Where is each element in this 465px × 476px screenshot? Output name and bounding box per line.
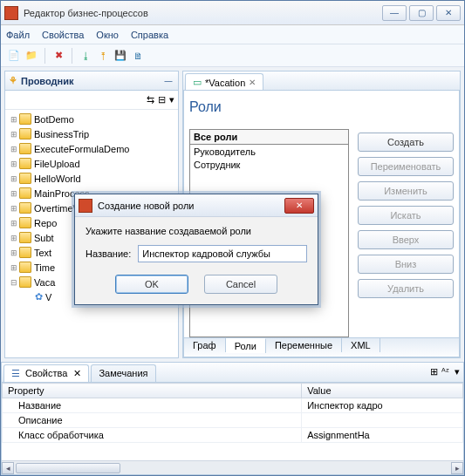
- tree-view-icon[interactable]: ⊞: [430, 366, 438, 378]
- tab-notes[interactable]: Замечания: [91, 364, 155, 382]
- roles-heading: Роли: [189, 99, 454, 115]
- expand-icon[interactable]: ⊞: [10, 204, 19, 213]
- az-sort-icon[interactable]: ᴬᶻ: [441, 366, 449, 378]
- minimize-panel-icon[interactable]: —: [162, 75, 174, 87]
- tree-item-label: V: [45, 292, 51, 303]
- expand-icon[interactable]: ⊞: [10, 115, 19, 124]
- tree-item[interactable]: ⊞HelloWorld: [7, 171, 176, 186]
- folder-icon: [19, 128, 31, 139]
- menu-help[interactable]: Справка: [131, 30, 168, 40]
- import-icon[interactable]: ⭳: [78, 48, 93, 64]
- export-icon[interactable]: ⭱: [95, 48, 111, 64]
- tab-label: *Vacation: [205, 78, 245, 88]
- close-tab-icon[interactable]: ✕: [73, 368, 81, 378]
- tree-item[interactable]: ⊞BotDemo: [7, 112, 176, 126]
- tab-graph[interactable]: Граф: [184, 338, 226, 352]
- name-label: Название:: [85, 248, 131, 259]
- maximize-button[interactable]: ▢: [409, 5, 434, 21]
- expand-icon[interactable]: ⊞: [10, 174, 19, 183]
- down-button[interactable]: Вниз: [358, 255, 454, 274]
- scroll-left-icon[interactable]: ◂: [2, 462, 14, 474]
- col-property[interactable]: Property: [3, 384, 302, 398]
- save-icon[interactable]: 💾: [113, 48, 128, 64]
- tab-vars[interactable]: Переменные: [266, 338, 342, 352]
- tab-roles[interactable]: Роли: [226, 338, 266, 353]
- tree-item[interactable]: ⊞FileUpload: [7, 156, 176, 171]
- folder-icon: [19, 217, 31, 228]
- tree-item[interactable]: ⊞ExecuteFormulaDemo: [7, 141, 176, 156]
- folder-icon: [19, 276, 31, 288]
- tree-item-label: Vaca: [34, 277, 55, 288]
- tree-item-label: ExecuteFormulaDemo: [34, 144, 129, 154]
- toolbar: 📄 📁 ✖ ⭳ ⭱ 💾 🗎: [1, 44, 464, 67]
- expand-icon[interactable]: ⊞: [10, 145, 19, 153]
- tree-item-label: Time: [34, 262, 55, 273]
- table-row[interactable]: Класс обработчикаAssignmentHa: [3, 428, 463, 443]
- separator: [44, 48, 45, 64]
- table-row[interactable]: Описание: [3, 413, 463, 428]
- role-item[interactable]: Сотрудник: [194, 160, 345, 173]
- tab-properties-label: Свойства: [25, 368, 67, 378]
- close-tab-icon[interactable]: ✕: [249, 78, 256, 87]
- menu-icon[interactable]: ▾: [455, 366, 460, 378]
- expand-icon[interactable]: ⊞: [10, 130, 19, 139]
- menu-file[interactable]: Файл: [6, 30, 30, 40]
- up-button[interactable]: Вверх: [358, 230, 454, 249]
- role-item[interactable]: Руководитель: [194, 146, 345, 160]
- search-button[interactable]: Искать: [358, 206, 454, 225]
- edit-button[interactable]: Изменить: [358, 181, 454, 201]
- dialog-buttons: OK Cancel: [85, 275, 307, 294]
- scroll-thumb[interactable]: [16, 463, 120, 473]
- dialog-body: Укажите название создаваемой роли Назван…: [75, 217, 318, 304]
- separator: [72, 48, 72, 64]
- tree-item-label: HelloWorld: [34, 173, 81, 184]
- prop-value[interactable]: [302, 413, 463, 428]
- cancel-button[interactable]: Cancel: [204, 275, 277, 294]
- folder-icon: [19, 173, 31, 184]
- prop-name: Класс обработчика: [3, 428, 302, 443]
- link-icon[interactable]: ⇆: [147, 94, 154, 105]
- expand-icon[interactable]: ⊞: [10, 219, 19, 228]
- properties-icon: ☰: [11, 368, 20, 378]
- rename-button[interactable]: Переименовать: [358, 157, 454, 176]
- menu-window[interactable]: Окно: [96, 30, 119, 40]
- delete-button[interactable]: Удалить: [358, 279, 454, 298]
- tree-item-label: Subt: [34, 233, 54, 243]
- tab-properties[interactable]: ☰ Свойства ✕: [3, 364, 89, 382]
- create-button[interactable]: Создать: [358, 133, 454, 152]
- ok-button[interactable]: OK: [115, 275, 188, 294]
- tree-item-label: BotDemo: [34, 114, 74, 125]
- table-row[interactable]: НазваниеИнспектор кадро: [3, 398, 463, 413]
- name-input[interactable]: [138, 245, 307, 262]
- expand-icon[interactable]: ⊞: [10, 263, 19, 272]
- new-folder-icon[interactable]: 📁: [24, 48, 39, 64]
- tab-xml[interactable]: XML: [342, 338, 380, 352]
- col-value[interactable]: Value: [302, 384, 463, 398]
- expand-icon[interactable]: ⊞: [10, 248, 19, 257]
- titlebar: Редактор бизнес-процессов — ▢ ✕: [1, 1, 464, 25]
- save-all-icon[interactable]: 🗎: [130, 48, 146, 64]
- tab-vacation[interactable]: ▭ *Vacation ✕: [185, 73, 263, 90]
- close-button[interactable]: ✕: [436, 5, 461, 21]
- editor-tabs: ▭ *Vacation ✕: [183, 71, 460, 91]
- expand-icon[interactable]: ⊞: [10, 234, 19, 242]
- dialog-prompt: Укажите название создаваемой роли: [85, 226, 307, 236]
- minimize-button[interactable]: —: [382, 5, 407, 21]
- delete-icon[interactable]: ✖: [51, 48, 66, 64]
- prop-value[interactable]: AssignmentHa: [302, 428, 463, 443]
- folder-icon: [19, 158, 31, 169]
- expand-icon[interactable]: ⊞: [10, 160, 19, 168]
- prop-value[interactable]: Инспектор кадро: [302, 398, 463, 413]
- explorer-toolbar: ⇆ ⊟ ▾: [5, 91, 178, 110]
- menu-properties[interactable]: Свойства: [42, 30, 84, 40]
- expand-icon[interactable]: ⊟: [10, 278, 19, 287]
- menu-icon[interactable]: ▾: [169, 94, 174, 105]
- scroll-right-icon[interactable]: ▸: [451, 462, 463, 474]
- horizontal-scrollbar[interactable]: ◂ ▸: [2, 460, 463, 474]
- new-icon[interactable]: 📄: [6, 48, 22, 64]
- properties-panel: ☰ Свойства ✕ Замечания ⊞ ᴬᶻ ▾ Property V…: [1, 362, 464, 475]
- collapse-icon[interactable]: ⊟: [158, 94, 166, 105]
- tree-item[interactable]: ⊞BusinessTrip: [7, 126, 176, 141]
- dialog-close-button[interactable]: ✕: [284, 198, 314, 214]
- expand-icon[interactable]: ⊞: [10, 189, 19, 198]
